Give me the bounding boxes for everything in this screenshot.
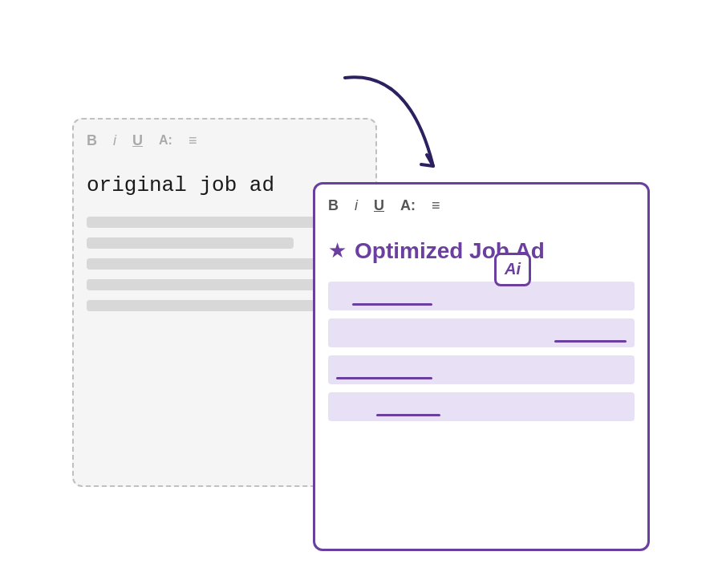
font-color-button[interactable]: A: <box>159 133 172 148</box>
bold-button[interactable]: B <box>87 132 97 149</box>
purple-block-3 <box>328 355 635 384</box>
optimized-title-row: ★ Optimized Job Ad <box>328 238 635 264</box>
ai-badge: Ai <box>494 253 531 286</box>
underline-decoration-3 <box>336 377 432 379</box>
text-line-4 <box>87 279 335 290</box>
purple-block-1 <box>328 282 635 310</box>
optimized-panel: B i U A: ≡ ★ Optimized Job Ad <box>313 182 650 551</box>
purple-block-4 <box>328 392 635 421</box>
underline-decoration-4 <box>376 414 440 416</box>
align-button[interactable]: ≡ <box>189 132 197 149</box>
underline-decoration-1 <box>352 303 432 306</box>
underline-decoration-2 <box>554 340 627 343</box>
star-icon: ★ <box>328 238 347 263</box>
italic-button[interactable]: i <box>113 132 116 149</box>
arrow-container <box>297 62 457 206</box>
text-line-2 <box>87 237 294 249</box>
main-scene: B i U A: ≡ original job ad B i U A: ≡ ★ … <box>72 54 650 535</box>
underline-button[interactable]: U <box>132 132 143 149</box>
purple-block-2 <box>328 318 635 347</box>
